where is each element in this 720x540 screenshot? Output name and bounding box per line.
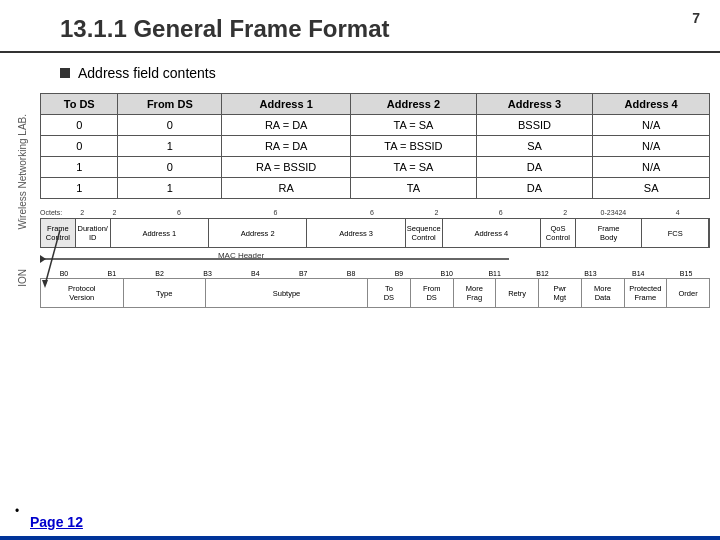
bit-field-cell: PwrMgt	[538, 278, 581, 308]
bit-field-cell: MoreFrag	[453, 278, 496, 308]
frame-cell: SequenceControl	[406, 219, 443, 247]
bit-field-cell: Retry	[495, 278, 538, 308]
section-header: Address field contents	[0, 61, 720, 85]
frame-cell: Duration/ID	[76, 219, 111, 247]
col-header-addr3: Address 3	[476, 94, 593, 115]
table-row: 11RATADASA	[41, 178, 710, 199]
page-title: 13.1.1 General Frame Format	[0, 0, 720, 53]
svg-marker-1	[40, 255, 46, 263]
bullet-icon	[60, 68, 70, 78]
bit-field-cell: ProtocolVersion	[40, 278, 123, 308]
frame-cell: FrameBody	[576, 219, 643, 247]
side-label-top: Wireless Networking LAB.	[17, 114, 28, 230]
frame-cell: FCS	[642, 219, 709, 247]
address-table: To DS From DS Address 1 Address 2 Addres…	[40, 93, 710, 199]
frame-diagram: Octets: 226662620-234244 FrameControlDur…	[40, 209, 710, 268]
bottom-bits-section: B0B1B2B3B4B7B8B9B10B11B12B13B14B15 Proto…	[40, 270, 710, 308]
bottom-bar	[0, 536, 720, 540]
mac-arrow: MAC Header	[40, 250, 710, 268]
col-header-addr2: Address 2	[351, 94, 476, 115]
bit-field-cell: ToDS	[367, 278, 410, 308]
page-number: 7	[692, 10, 700, 26]
col-header-addr4: Address 4	[593, 94, 710, 115]
octets-label: Octets:	[40, 209, 62, 216]
col-header-to-ds: To DS	[41, 94, 118, 115]
bit-field-cell: Subtype	[205, 278, 367, 308]
content-area: To DS From DS Address 1 Address 2 Addres…	[40, 93, 710, 308]
bit-field-cell: Order	[666, 278, 710, 308]
frame-cell: QoSControl	[541, 219, 576, 247]
frame-cell: Address 4	[443, 219, 541, 247]
side-label-bottom: ION	[17, 269, 28, 287]
bit-field-cell: MoreData	[581, 278, 624, 308]
main-content: Wireless Networking LAB. ION To DS From …	[0, 93, 720, 308]
table-row: 01RA = DATA = BSSIDSAN/A	[41, 136, 710, 157]
svg-text:MAC Header: MAC Header	[218, 251, 265, 260]
bit-field-cell: ProtectedFrame	[624, 278, 667, 308]
bit-field-cell: FromDS	[410, 278, 453, 308]
frame-cell: Address 3	[307, 219, 405, 247]
col-header-addr1: Address 1	[222, 94, 351, 115]
col-header-from-ds: From DS	[118, 94, 222, 115]
frame-cell: FrameControl	[41, 219, 76, 247]
frame-cell: Address 2	[209, 219, 307, 247]
section-title: Address field contents	[78, 65, 216, 81]
page-link[interactable]: Page 12	[30, 514, 83, 530]
bit-field-cell: Type	[123, 278, 206, 308]
table-row: 00RA = DATA = SABSSIDN/A	[41, 115, 710, 136]
frame-cell: Address 1	[111, 219, 209, 247]
bullet-bottom: •	[15, 504, 19, 518]
table-row: 10RA = BSSIDTA = SADAN/A	[41, 157, 710, 178]
